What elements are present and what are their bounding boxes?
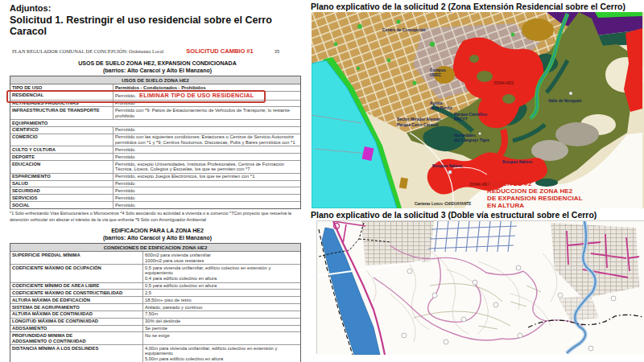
row-label: EQUIPAMIENTO (10, 120, 300, 126)
row-value: Permitido (114, 187, 300, 194)
table-row: ADOSAMIENTO Se permite (10, 325, 300, 332)
row-value: Permitido, excepto Universidades, Instit… (114, 161, 300, 173)
road-map-graphic (317, 221, 644, 355)
table-row: EQUIPAMIENTO (10, 119, 300, 126)
uses-table-title: USOS DE SUELO ZONA HE2, EXPANSION CONDIC… (10, 60, 305, 74)
building-table-header: CONDICIONES DE EDIFICACION ZONA HE2 (10, 244, 300, 252)
row-label: EDUCACION (10, 161, 114, 173)
table-row: ACTIVIDADES PRODUCTIVAS Prohibido (10, 100, 300, 107)
row-label: SOCIAL (10, 202, 114, 208)
table-row: DEPORTE Permitido (10, 153, 300, 160)
row-label: ALTURA MÁXIMA DE CONTINUIDAD (10, 311, 143, 318)
table-footnotes: *1 Sólo enfrentando Vías Estructurantes … (10, 211, 301, 223)
table-row: ESPARCIMIENTO Permitido, excepto Juegos … (10, 173, 300, 180)
row-label: ESPARCIMIENTO (10, 174, 114, 180)
row-value: 600m2 para vivienda unifamiliar 1000m2 p… (143, 252, 300, 264)
plan-header: PLAN REGULADOR COMUNAL DE CONCEPCIÓN: Or… (12, 48, 163, 54)
table-row: SERVICIOS Permitido (10, 194, 300, 201)
row-value: Permitido (114, 127, 300, 134)
table-row: SALUD Permitido (10, 180, 300, 187)
maps-panel: Plano explicativo de la solicitud 2 (Zon… (310, 0, 644, 362)
map-solicitud2-title: Plano explicativo de la solicitud 2 (Zon… (310, 0, 644, 12)
table-row: COEFICIENTE MÁXIMO DE CONSTRUCTIBILIDAD … (10, 289, 300, 296)
row-value: Permitido (114, 146, 300, 153)
row-label: DEPORTE (10, 154, 114, 160)
annotation-line: DE EXPANSION RESIDENCIAL (487, 195, 583, 202)
table-row: LONGITUD MÁXIMA DE CONTINUIDAD 30% del d… (10, 318, 300, 325)
row-value: Aislado, pareado y continuo (143, 304, 300, 311)
building-table: CONDICIONES DE EDIFICACION ZONA HE2 SUPE… (10, 243, 301, 362)
row-label: LONGITUD MÁXIMA DE CONTINUIDAD (10, 319, 143, 325)
table-row: SUPERFICIE PREDIAL MÍNIMA 600m2 para viv… (10, 252, 300, 264)
row-label: PROFUNDIDAD MINIMA DE ADOSAMIENTO O CONT… (10, 332, 143, 344)
row-value: Permitido con las siguientes condiciones… (114, 134, 300, 146)
table-row: EDUCACION Permitido, excepto Universidad… (10, 160, 300, 173)
row-value: No se exige (143, 332, 300, 344)
document-panel: Adjuntos: Solicitud 1. Restringir el uso… (0, 0, 310, 362)
row-value: Permitido (114, 181, 300, 187)
row-value: Se permite (143, 326, 300, 332)
table-row: ALTURA MÁXIMA DE EDIFICACIÓN 18,50m+ pis… (10, 296, 300, 303)
table-row: DISTANCIA MÍNIMA A LOS DESLINDES 4,00m p… (10, 344, 300, 362)
table-row: COEFICIENTE MÍNIMO DE AREA LIBRE 0,5 par… (10, 282, 300, 290)
row-label: SALUD (10, 181, 114, 187)
annotation-line: SOLICITUD #2 (487, 180, 583, 187)
row-value: Permitido.ELIMINAR TIPO DE USO RESIDENCI… (114, 92, 300, 100)
attachments-label: Adjuntos: (10, 3, 305, 13)
row-label: COEFICIENTE MÁXIMO DE OCUPACIÓN (10, 265, 143, 282)
row-value: Permitidos - Condicionados - Prohibidos (114, 84, 300, 91)
row-label: COEFICIENTE MÍNIMO DE AREA LIBRE (10, 283, 143, 290)
row-value: 7,50m (143, 311, 300, 318)
table-row: RESIDENCIAL Permitido.ELIMINAR TIPO DE U… (10, 91, 300, 100)
row-value: Permitido con *9: Patios de Estacionamie… (114, 107, 300, 119)
row-value: Permitido (114, 154, 300, 160)
row-value: 2,5 (143, 290, 300, 296)
row-label: COEFICIENTE MÁXIMO DE CONSTRUCTIBILIDAD (10, 290, 143, 296)
row-value: 4,00m para vivienda unifamiliar, edifici… (143, 345, 300, 362)
row-label: INFRAESTRUCTURA DE TRANSPORTE (10, 107, 114, 119)
solicitud2-annotation: SOLICITUD #2REDUCCION DE ZONA HE2DE EXPA… (487, 180, 583, 209)
row-label: CULTO Y CULTURA (10, 146, 114, 153)
row-label: ACTIVIDADES PRODUCTIVAS (10, 101, 114, 107)
uses-table-header: USOS DE SUELO ZONA HE2 (10, 76, 300, 84)
zoning-map-graphic (312, 12, 644, 208)
plan-header-line: PLAN REGULADOR COMUNAL DE CONCEPCIÓN: Or… (10, 47, 305, 55)
uses-table-body: TIPO DE USO Permitidos - Condicionados -… (10, 84, 300, 208)
row-label: SERVICIOS (10, 195, 114, 201)
map-solicitud3-title: Plano explicativo de la solicitud 3 (Dob… (310, 208, 644, 220)
row-value: Permitido, excepto Juegos Electrónicos, … (114, 174, 300, 180)
row-label: DISTANCIA MÍNIMA A LOS DESLINDES (10, 345, 143, 362)
page-number: 35 (275, 49, 280, 54)
row-value: 18,50m+ piso de retiro (143, 297, 300, 303)
uses-table: USOS DE SUELO ZONA HE2 TIPO DE USO Permi… (10, 76, 301, 209)
row-label: SUPERFICIE PREDIAL MÍNIMA (10, 252, 143, 264)
row-value: Prohibido (114, 101, 300, 107)
row-label: SISTEMA DE AGRUPAMIENTO (10, 304, 143, 311)
table-row: ALTURA MÁXIMA DE CONTINUIDAD 7,50m (10, 311, 300, 318)
table-row: COMERCIO Permitido con las siguientes co… (10, 134, 300, 146)
eliminar-annotation: ELIMINAR TIPO DE USO RESIDENCIAL (139, 92, 254, 99)
annotation-line: EN ALTURA (487, 202, 583, 209)
row-label: ALTURA MÁXIMA DE EDIFICACIÓN (10, 297, 143, 303)
table-row: PROFUNDIDAD MINIMA DE ADOSAMIENTO O CONT… (10, 331, 300, 344)
annotation-line: REDUCCION DE ZONA HE2 (487, 187, 583, 195)
table-row: TIPO DE USO Permitidos - Condicionados -… (10, 84, 300, 91)
solicitud-cambio-badge: SOLICITUD CAMBIO #1 (186, 47, 253, 55)
building-table-title: EDIFICACION PARA LA ZONA HE2 (barrios: A… (10, 227, 305, 241)
table-row: SEGURIDAD Permitido (10, 187, 300, 194)
table-row: INFRAESTRUCTURA DE TRANSPORTE Permitido … (10, 106, 300, 119)
row-value: 0,5 para vivienda unifamiliar, edificio … (143, 265, 300, 282)
table-row: CULTO Y CULTURA Permitido (10, 146, 300, 153)
page: Adjuntos: Solicitud 1. Restringir el uso… (0, 0, 644, 362)
row-value: Permitido (114, 202, 300, 208)
row-value: 0,5 para edificio colectivo en altura (143, 283, 300, 290)
row-label: ADOSAMIENTO (10, 326, 143, 332)
map-solicitud2: Centro de Concepción Campus UDEC Agüita … (312, 12, 644, 208)
row-label: RESIDENCIAL (10, 92, 114, 100)
map-solicitud3 (316, 220, 644, 354)
table-row: SISTEMA DE AGRUPAMIENTO Aislado, pareado… (10, 303, 300, 311)
row-label: CIENTIFICO (10, 127, 114, 134)
solicitud1-title: Solicitud 1. Restringir el uso residenci… (10, 14, 305, 37)
row-label: COMERCIO (10, 134, 114, 146)
table-row: CIENTIFICO Permitido (10, 126, 300, 134)
